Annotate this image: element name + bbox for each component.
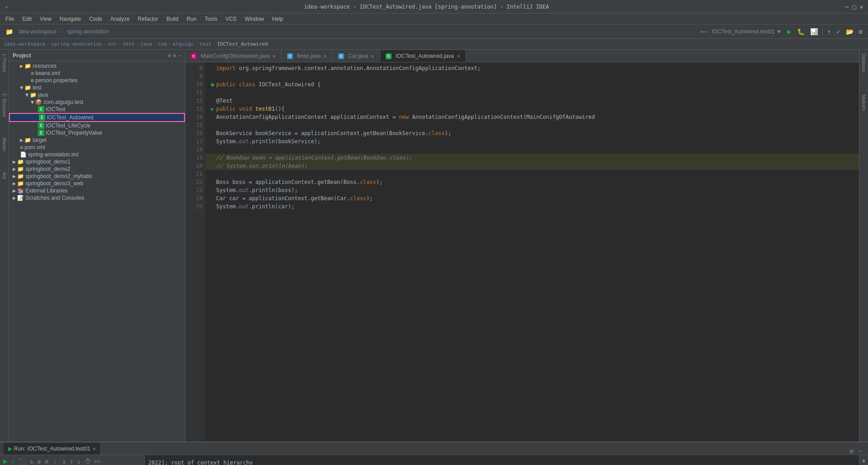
markers-icon[interactable]: Markers [860,93,867,113]
run-config-selector[interactable]: IOCTest_Autowired.test01 ▼ [710,28,783,35]
sb4-collapse-icon: ▶ [13,180,16,187]
tree-item[interactable]: ▼ 📁 java [9,91,185,99]
run-scroll-up[interactable]: ▲ [862,457,865,463]
tree-item[interactable]: ▶ 📁 springboot_demo2 [9,165,185,173]
close-button[interactable]: ✕ [860,3,863,10]
run-close-icon[interactable]: − [857,447,864,455]
bottom-content: ▶ ✓ ⬛ ↻ ⇵ ≡ ⋮ ↕ ↑ ↓ ⏱ >> ✓ Tests passed:… [0,455,868,465]
run-sort-btn[interactable]: ≡ [43,457,50,465]
bc-test2[interactable]: test [199,41,212,47]
run-rerun-btn[interactable]: ↻ [28,457,35,465]
test-collapse-icon: ▼ [20,85,23,91]
bc-java[interactable]: java [140,41,152,47]
tree-item[interactable]: ≡ pom.xml [9,144,185,151]
minimize-button[interactable]: ─ [845,3,849,10]
tree-item[interactable]: ▶ 📁 springboot_demo2_mybatis [9,173,185,180]
tree-item-autowired[interactable]: C IOCTest_Autowired [9,113,185,122]
run-button[interactable]: ▶ [785,26,793,37]
run-tab[interactable]: ▶ Run: IOCTest_Autowired.test01 ✕ [4,443,101,455]
sb1-collapse-icon: ▶ [13,159,16,165]
scratch-label: Scratches and Consoles [25,195,84,201]
menu-build[interactable]: Build [163,15,182,23]
tree-item[interactable]: ▶ 📁 target [9,136,185,144]
project-sidebar-btn[interactable]: 1: Project [1,52,8,74]
bc-com[interactable]: com [158,41,167,47]
menu-help[interactable]: Help [269,15,287,23]
tree-item[interactable]: ⚙ person.properties [9,77,185,84]
bc-src[interactable]: src [108,41,117,47]
tree-item[interactable]: ▼ 📦 com.atguigu.test [9,99,185,106]
tree-item[interactable]: 📄 spring-annotation.iml [9,151,185,158]
extlib-collapse-icon: ▶ [13,188,16,194]
tab-close-mainconfig[interactable]: ✕ [272,54,276,59]
run-filter-btn[interactable]: ⇵ [36,457,42,465]
database-icon[interactable]: Database [860,52,867,75]
java-test-icon-propval: C [38,130,44,136]
structure-sidebar-btn[interactable]: Z: Structure [1,91,8,118]
tree-item[interactable]: ▶ 📚 External Libraries [9,187,185,194]
menu-refactor[interactable]: Refactor [134,15,162,23]
run-settings-icon[interactable]: ⚙ [848,447,855,455]
run-stop-btn[interactable]: ⬛ [17,457,28,465]
tab-label-car: Car.java [348,53,368,59]
bc-test[interactable]: test [123,41,135,47]
idea-workspace-label[interactable]: idea-workspace [17,28,58,36]
tab-ioctest-autowired[interactable]: C IOCTest_Autowired.java ✕ [380,50,466,62]
ant-sidebar-btn[interactable]: Ant [1,170,8,181]
menu-code[interactable]: Code [85,15,106,23]
run-up-btn[interactable]: ↑ [68,457,75,465]
menu-view[interactable]: View [36,15,55,23]
panel-gear-icon[interactable]: ⚙ [173,52,176,59]
tab-mainconfig[interactable]: C MainConifgOfAutowired.java ✕ [185,50,282,62]
menu-analyze[interactable]: Analyze [107,15,133,23]
code-line-23: System.out.println(boss); [205,186,859,194]
panel-sync-icon[interactable]: ⊕ [168,52,171,59]
vcs-update[interactable]: ↑ [826,27,833,36]
spring-annotation-label[interactable]: spring-annotation [65,28,111,36]
menu-vcs[interactable]: VCS [222,15,241,23]
debug-button[interactable]: 🐛 [795,27,807,36]
run-expand-btn[interactable]: ⋮ [51,457,60,465]
tree-item[interactable]: ▶ 📁 springboot_demo3_web [9,180,185,187]
tree-item[interactable]: C IOCTest_PropertyValue [9,129,185,136]
xml-icon: ≡ [31,70,34,76]
run-tab-close[interactable]: ✕ [92,446,96,451]
menu-run[interactable]: Run [183,15,200,23]
menu-edit[interactable]: Edit [19,15,35,23]
tree-item[interactable]: ▼ 📁 test [9,84,185,91]
bottom-panel: ▶ Run: IOCTest_Autowired.test01 ✕ ⚙ − ▶ … [0,442,868,465]
tree-item[interactable]: C IOCTest_LifeCycle [9,122,185,129]
tree-item[interactable]: C IOCTest [9,106,185,113]
tab-close-ioctest[interactable]: ✕ [457,54,460,59]
run-collapse-btn[interactable]: ↕ [61,457,67,465]
menu-navigate[interactable]: Navigate [56,15,85,23]
tab-car[interactable]: C Car.java ✕ [333,50,380,62]
run-down-btn[interactable]: ↓ [75,457,82,465]
toolbar-folder[interactable]: 📂 [844,27,855,36]
tree-item[interactable]: ▶ 📁 resources [9,62,185,70]
run-check-btn[interactable]: ✓ [10,457,16,465]
tab-close-car[interactable]: ✕ [371,54,374,59]
menu-window[interactable]: Window [241,15,268,23]
run-play-btn[interactable]: ▶ [2,456,9,465]
run-more-btn[interactable]: >> [94,458,100,465]
bc-idea-workspace[interactable]: idea-workspace [4,41,46,47]
bc-spring-annotation[interactable]: spring-annotation [51,41,102,47]
tab-boss[interactable]: C Boss.java ✕ [282,50,333,62]
run-clock-btn[interactable]: ⏱ [83,457,92,465]
toolbar-settings[interactable]: ⚙ [857,27,864,36]
menu-tools[interactable]: Tools [201,15,221,23]
maximize-button[interactable]: □ [852,3,856,10]
tree-item[interactable]: ▶ 📝 Scratches and Consoles [9,194,185,202]
vcs-commit[interactable]: ✓ [835,27,842,36]
code-content[interactable]: import org.springframework.context.annot… [205,62,859,442]
run-with-coverage[interactable]: 📊 [808,27,820,36]
maven-sidebar-btn[interactable]: Maven [1,136,8,153]
tab-close-boss[interactable]: ✕ [323,54,327,59]
tree-item[interactable]: ▶ 📁 springboot_demo1 [9,158,185,165]
bc-current[interactable]: IOCTest_Autowired [217,41,268,47]
panel-collapse-icon[interactable]: − [178,52,181,59]
menu-file[interactable]: File [2,15,18,23]
bc-atguigu[interactable]: atguigu [173,41,193,47]
tree-item[interactable]: ≡ beans.xml [9,70,185,77]
